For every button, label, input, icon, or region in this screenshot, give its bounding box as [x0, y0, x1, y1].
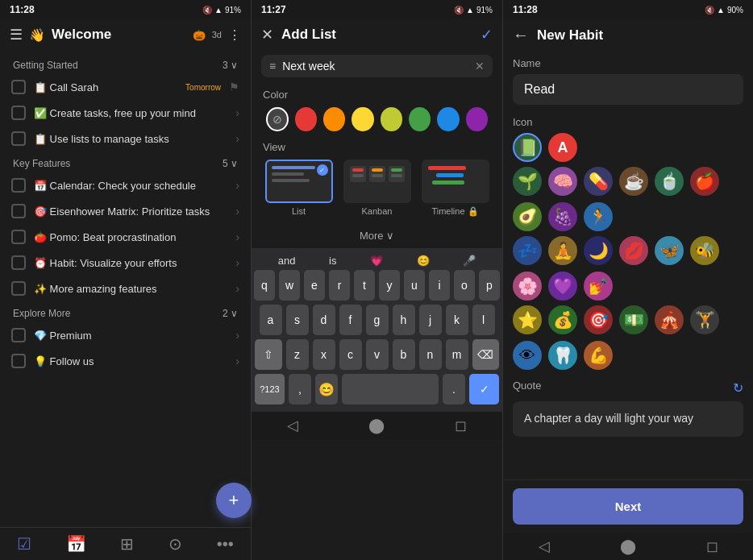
- key-g[interactable]: g: [366, 305, 389, 335]
- key-f[interactable]: f: [339, 305, 362, 335]
- task-checkbox[interactable]: [11, 354, 26, 368]
- icon-brain[interactable]: 🧠: [548, 167, 577, 196]
- icon-nails[interactable]: 💅: [584, 272, 613, 301]
- close-button[interactable]: ✕: [261, 26, 273, 44]
- task-item-calendar[interactable]: 📅 Calendar: Check your schedule ›: [0, 172, 251, 198]
- icon-plant[interactable]: 🌱: [513, 167, 542, 196]
- key-space[interactable]: [342, 374, 439, 404]
- icon-gym[interactable]: 🏋: [690, 305, 719, 334]
- icon-bee[interactable]: 🐝: [690, 236, 719, 265]
- task-checkbox[interactable]: [11, 255, 26, 270]
- nav-home-sys[interactable]: ⬤: [620, 537, 636, 555]
- icon-eye[interactable]: 👁: [513, 341, 542, 370]
- view-option-kanban[interactable]: Kanban: [341, 160, 413, 217]
- icon-grapes[interactable]: 🍇: [548, 202, 577, 231]
- key-u[interactable]: u: [404, 270, 425, 301]
- icon-running[interactable]: 🏃: [584, 202, 613, 231]
- key-n[interactable]: n: [419, 339, 442, 370]
- task-item-follow[interactable]: 💡 Follow us ›: [0, 348, 251, 374]
- key-shift[interactable]: ⇧: [255, 339, 282, 370]
- key-h[interactable]: h: [393, 305, 415, 335]
- color-none[interactable]: ⊘: [266, 107, 289, 131]
- task-item-premium[interactable]: 💎 Premium ›: [0, 322, 251, 348]
- key-a[interactable]: a: [260, 305, 282, 335]
- name-field-input[interactable]: Read: [513, 74, 743, 105]
- key-o[interactable]: o: [454, 270, 475, 301]
- task-checkbox[interactable]: [11, 106, 26, 120]
- icon-book-selected[interactable]: 📗: [513, 133, 542, 162]
- key-numbers[interactable]: ?123: [255, 374, 285, 404]
- hamburger-menu[interactable]: ☰: [10, 26, 23, 44]
- task-checkbox[interactable]: [11, 204, 26, 218]
- task-item-pomo[interactable]: 🍅 Pomo: Beat procrastination ›: [0, 224, 251, 250]
- nav-back-button[interactable]: ◁: [287, 417, 298, 434]
- suggestion-is[interactable]: is: [329, 255, 336, 267]
- key-backspace[interactable]: ⌫: [472, 339, 500, 370]
- task-item-lists[interactable]: 📋 Use lists to manage tasks ›: [0, 126, 251, 151]
- icon-tea[interactable]: 🍵: [655, 167, 684, 196]
- key-t[interactable]: t: [354, 270, 375, 301]
- key-m[interactable]: m: [446, 339, 468, 370]
- color-orange[interactable]: [323, 107, 345, 131]
- mic-icon[interactable]: 🎤: [463, 255, 476, 267]
- key-c[interactable]: c: [339, 339, 362, 370]
- key-comma[interactable]: ,: [289, 374, 311, 404]
- suggestion-smile[interactable]: 😊: [417, 255, 430, 267]
- color-purple[interactable]: [466, 107, 488, 131]
- refresh-quote-button[interactable]: ↻: [733, 380, 743, 396]
- key-p[interactable]: p: [479, 270, 500, 301]
- icon-letter-a[interactable]: A: [548, 133, 577, 162]
- user-avatar[interactable]: 🎃: [193, 29, 206, 41]
- nav-more-icon[interactable]: •••: [217, 535, 234, 554]
- icon-star[interactable]: ⭐: [513, 305, 542, 334]
- nav-widgets-icon[interactable]: ⊞: [120, 534, 134, 554]
- key-e[interactable]: e: [304, 270, 325, 301]
- icon-money-bag[interactable]: 💰: [548, 305, 577, 334]
- icon-butterfly[interactable]: 🦋: [655, 236, 684, 265]
- task-item-call-sarah[interactable]: 📋 Call Sarah Tomorrow ⚑: [0, 74, 251, 100]
- confirm-button[interactable]: ✓: [481, 26, 493, 44]
- key-v[interactable]: v: [366, 339, 389, 370]
- more-options-button[interactable]: More ∨: [252, 223, 502, 248]
- icon-flower[interactable]: 🌸: [513, 272, 542, 301]
- icon-tooth[interactable]: 🦷: [548, 341, 577, 370]
- icon-dollar[interactable]: 💵: [619, 305, 648, 334]
- clear-list-icon[interactable]: ✕: [475, 60, 485, 73]
- task-checkbox[interactable]: [11, 281, 26, 296]
- icon-purple-heart[interactable]: 💜: [548, 272, 577, 301]
- icon-circus[interactable]: 🎪: [655, 305, 684, 334]
- icon-meditation[interactable]: 🧘: [548, 236, 577, 265]
- key-b[interactable]: b: [393, 339, 415, 370]
- icon-lips[interactable]: 💋: [619, 236, 648, 265]
- task-checkbox[interactable]: [11, 230, 26, 244]
- task-item-eisenhower[interactable]: 🎯 Eisenhower Matrix: Prioritize tasks ›: [0, 198, 251, 224]
- key-q[interactable]: q: [254, 270, 275, 301]
- task-checkbox[interactable]: [11, 328, 26, 342]
- list-name-input[interactable]: ≡ Next week ✕: [261, 55, 493, 77]
- color-red[interactable]: [295, 107, 317, 131]
- nav-focus-icon[interactable]: ⊙: [168, 534, 182, 554]
- key-s[interactable]: s: [286, 305, 309, 335]
- key-z[interactable]: z: [286, 339, 309, 370]
- key-r[interactable]: r: [329, 270, 350, 301]
- key-k[interactable]: k: [446, 305, 468, 335]
- icon-muscle[interactable]: 💪: [584, 341, 613, 370]
- back-button[interactable]: ←: [513, 26, 529, 44]
- color-lime[interactable]: [381, 107, 402, 131]
- task-checkbox[interactable]: [11, 80, 26, 94]
- key-i[interactable]: i: [429, 270, 450, 301]
- suggestion-and[interactable]: and: [278, 255, 296, 267]
- task-item-create[interactable]: ✅ Create tasks, free up your mind ›: [0, 100, 251, 126]
- view-option-timeline[interactable]: Timeline 🔒: [419, 160, 491, 217]
- icon-avocado[interactable]: 🥑: [513, 202, 542, 231]
- key-d[interactable]: d: [313, 305, 335, 335]
- suggestion-heart[interactable]: 💗: [370, 255, 383, 267]
- key-period[interactable]: .: [443, 374, 465, 404]
- nav-recents-sys[interactable]: ◻: [706, 537, 718, 555]
- next-button[interactable]: Next: [513, 488, 743, 525]
- icon-moon[interactable]: 🌙: [584, 236, 613, 265]
- nav-recents-button[interactable]: ◻: [455, 417, 467, 434]
- color-green[interactable]: [409, 107, 431, 131]
- key-x[interactable]: x: [313, 339, 335, 370]
- key-w[interactable]: w: [279, 270, 300, 301]
